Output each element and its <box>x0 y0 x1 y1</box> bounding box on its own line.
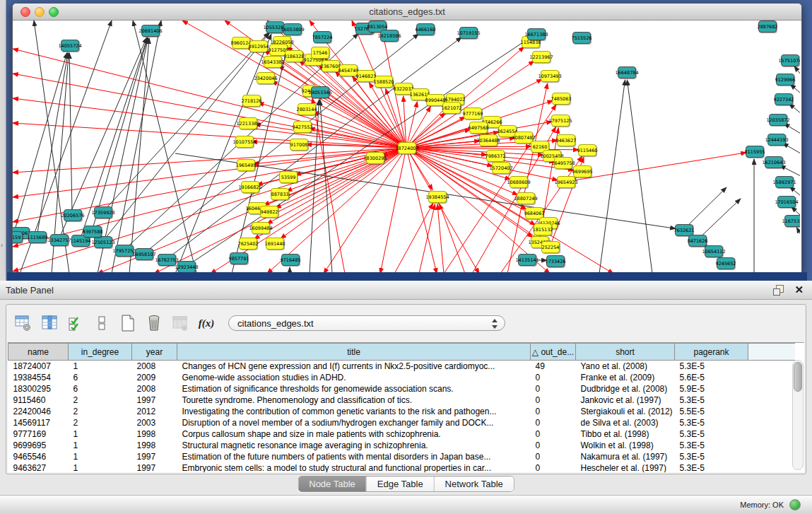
table-row[interactable]: 911546021997Tourette syndrome. Phenomeno… <box>8 395 795 406</box>
table-cell[interactable]: 0 <box>531 383 576 395</box>
graph-node[interactable]: 7986372 <box>486 150 505 162</box>
table-cell[interactable]: 9699695 <box>8 440 69 451</box>
table-cell[interactable]: Yano et al. (2008) <box>576 361 675 373</box>
table-cell[interactable] <box>748 395 795 406</box>
window-titlebar[interactable]: citations_edges.txt <box>13 4 801 21</box>
graph-node[interactable]: 252254 <box>541 241 560 253</box>
graph-node[interactable]: 2367608 <box>322 60 340 72</box>
network-canvas[interactable]: 1872400718300295896012489129541822605891… <box>13 21 800 272</box>
graph-node[interactable]: 53599 <box>279 171 298 183</box>
graph-node[interactable]: 7485063 <box>552 93 570 105</box>
graph-node[interactable]: 10973493 <box>541 70 559 82</box>
graph-node[interactable]: 15892971 <box>775 176 794 188</box>
graph-node[interactable]: 9146821 <box>357 70 375 82</box>
graph-node[interactable]: 17546 <box>311 47 329 59</box>
tab-network-table[interactable]: Network Table <box>434 477 514 491</box>
table-cell[interactable]: 1998 <box>132 428 177 440</box>
graph-node[interactable]: 9463627 <box>557 134 575 146</box>
graph-node[interactable]: 11675334 <box>784 215 800 227</box>
graph-node[interactable]: 1691440 <box>266 238 284 250</box>
graph-node[interactable]: 19384554 <box>428 191 447 203</box>
graph-node[interactable]: 2718126 <box>242 95 261 107</box>
graph-node[interactable]: 18724007 <box>398 142 416 154</box>
graph-node[interactable]: 16210643 <box>765 156 783 168</box>
graph-node[interactable]: 17975125 <box>551 115 570 127</box>
graph-node[interactable]: 8454749 <box>339 64 358 76</box>
graph-node[interactable]: 12213967 <box>532 51 551 63</box>
graph-node[interactable]: 19166825 <box>241 181 259 193</box>
table-cell[interactable]: Hescheler et al. (1997) <box>576 462 675 472</box>
graph-node[interactable]: 8186328 <box>285 50 303 62</box>
function-builder-icon[interactable]: f(x) <box>197 314 216 332</box>
table-cell[interactable]: 0 <box>531 462 576 472</box>
table-scrollbar[interactable] <box>792 360 804 470</box>
graph-node[interactable]: 18807249 <box>517 192 535 204</box>
table-cell[interactable]: 5.5E-5 <box>675 406 748 417</box>
graph-node[interactable]: 1965495 <box>237 159 255 171</box>
table-cell[interactable]: Jankovic et al. (1997) <box>576 395 675 406</box>
table-row[interactable]: 1872400712008Changes of HCN gene express… <box>8 361 795 373</box>
table-cell[interactable]: 2 <box>69 417 132 428</box>
table-cell[interactable]: 5.3E-5 <box>675 428 748 440</box>
table-cell[interactable]: 1 <box>69 440 132 451</box>
column-header-pagerank[interactable]: pagerank <box>675 344 748 361</box>
column-visibility-icon[interactable] <box>40 314 59 332</box>
table-cell[interactable]: 1 <box>69 428 132 440</box>
table-cell[interactable]: Tourette syndrome. Phenomenology and cla… <box>177 395 531 406</box>
table-cell[interactable]: 5.3E-5 <box>675 462 748 472</box>
table-cell[interactable]: Corpus callosum shape and size in male p… <box>177 428 531 440</box>
table-cell[interactable]: 5.3E-5 <box>675 361 748 373</box>
column-header-filler[interactable] <box>748 344 795 361</box>
table-cell[interactable] <box>748 361 795 373</box>
table-cell[interactable]: 1997 <box>132 462 177 472</box>
table-cell[interactable]: 9115460 <box>8 395 69 406</box>
graph-node[interactable]: 29053346 <box>311 86 329 98</box>
graph-node[interactable]: 917008 <box>290 139 308 151</box>
graph-node[interactable]: 12213389 <box>239 117 257 129</box>
table-row[interactable]: 946554611997Estimation of the future num… <box>8 451 795 462</box>
delete-rows-icon[interactable] <box>145 314 163 332</box>
table-cell[interactable]: 18300295 <box>8 383 69 395</box>
graph-node[interactable]: 8115955 <box>746 146 764 158</box>
graph-node[interactable]: 16671388 <box>527 28 546 40</box>
float-panel-icon[interactable] <box>773 285 784 296</box>
table-cell[interactable]: Estimation of the future numbers of pati… <box>177 451 531 462</box>
table-cell[interactable]: Estimation of significance thresholds fo… <box>177 383 531 395</box>
graph-node[interactable]: 1115689 <box>28 231 47 243</box>
table-cell[interactable]: Franke et al. (2009) <box>576 372 675 383</box>
table-row[interactable]: 1456911722003Disruption of a novel membe… <box>8 417 795 428</box>
graph-node[interactable]: 8912954 <box>249 40 268 52</box>
table-cell[interactable]: 2012 <box>132 406 177 417</box>
table-cell[interactable]: Wolkin et al. (1998) <box>576 440 675 451</box>
table-cell[interactable]: 5.3E-5 <box>675 395 748 406</box>
graph-node[interactable]: 13342757 <box>50 234 69 246</box>
table-cell[interactable]: Changes of HCN gene expression and I(f) … <box>177 361 531 373</box>
table-cell[interactable]: 2 <box>69 395 132 406</box>
table-row[interactable]: 2242004622012Investigating the contribut… <box>8 406 795 417</box>
table-cell[interactable]: de Silva et al. (2003) <box>576 417 675 428</box>
table-cell[interactable]: 9465546 <box>8 451 69 462</box>
table-cell[interactable]: Disruption of a novel member of a sodium… <box>177 417 531 428</box>
column-header-in_degree[interactable]: in_degree <box>69 344 132 361</box>
graph-node[interactable]: 9699695 <box>573 165 592 177</box>
table-cell[interactable]: 5.3E-5 <box>675 440 748 451</box>
table-cell[interactable]: Nakamura et al. (1997) <box>576 451 675 462</box>
close-panel-icon[interactable]: ✕ <box>794 284 804 296</box>
table-cell[interactable]: 0 <box>531 451 576 462</box>
table-cell[interactable]: 0 <box>531 417 576 428</box>
graph-node[interactable]: 20206576 <box>64 209 82 221</box>
graph-node[interactable]: 9245652 <box>717 257 735 269</box>
scrollbar-thumb[interactable] <box>794 362 802 392</box>
graph-node[interactable]: 1621072 <box>442 102 461 114</box>
graph-node[interactable]: 9115460 <box>578 144 596 156</box>
table-row[interactable]: 977716911998Corpus callosum shape and si… <box>8 428 795 440</box>
table-cell[interactable]: 1997 <box>132 395 177 406</box>
graph-node[interactable]: 1815132 <box>534 223 552 235</box>
graph-node[interactable]: 9397588 <box>83 226 102 238</box>
tab-edge-table[interactable]: Edge Table <box>366 477 434 491</box>
column-header-name[interactable]: name <box>8 344 69 361</box>
table-panel-titlebar[interactable]: Table Panel ✕ <box>0 281 812 300</box>
graph-node[interactable]: 10807487 <box>514 132 533 144</box>
graph-node[interactable]: 16958107 <box>135 248 153 260</box>
column-header-out_de[interactable]: △ out_de... <box>531 344 576 361</box>
